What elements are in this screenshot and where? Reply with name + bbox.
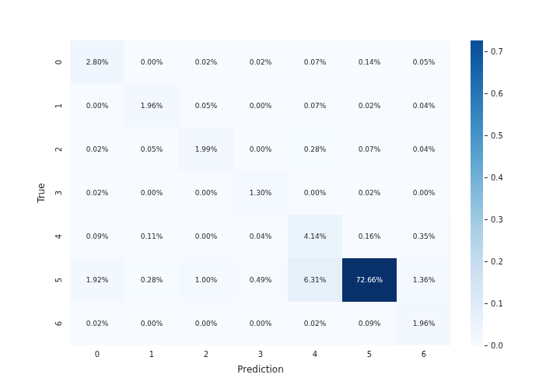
heatmap-cell: 0.00% <box>288 171 342 215</box>
x-tick-label: 4 <box>313 350 317 359</box>
colorbar-tick-label: 0.0 <box>491 341 503 350</box>
heatmap-cell: 0.00% <box>70 84 124 128</box>
y-tick-label: 4 <box>54 234 63 239</box>
heatmap-cell: 6.31% <box>288 258 342 302</box>
colorbar-tick <box>485 135 488 136</box>
y-tick-label: 3 <box>54 191 63 195</box>
heatmap-cell: 0.02% <box>233 40 288 84</box>
colorbar-gradient <box>471 40 483 345</box>
heatmap-cell: 0.02% <box>179 40 233 84</box>
heatmap-cell: 0.07% <box>288 84 342 128</box>
heatmap-cell: 0.05% <box>179 84 233 128</box>
y-tick-label: 2 <box>54 147 63 152</box>
y-tick-label: 0 <box>54 60 63 65</box>
heatmap-cell: 0.07% <box>342 128 397 171</box>
heatmap-cell: 0.09% <box>342 302 397 345</box>
heatmap-cell: 0.04% <box>233 215 288 258</box>
heatmap-cell: 0.28% <box>288 128 342 171</box>
colorbar-tick <box>485 261 488 262</box>
colorbar-tick <box>485 51 488 52</box>
heatmap-cell: 0.00% <box>233 84 288 128</box>
heatmap-cell: 0.00% <box>233 302 288 345</box>
heatmap-cell: 0.00% <box>397 171 451 215</box>
y-tick-label: 1 <box>54 103 63 108</box>
heatmap-cell: 0.02% <box>342 171 397 215</box>
heatmap-cell: 2.80% <box>70 40 124 84</box>
x-tick-label: 6 <box>422 350 426 359</box>
heatmap-cell: 0.00% <box>124 171 179 215</box>
heatmap-cell: 0.14% <box>342 40 397 84</box>
heatmap-cell: 0.05% <box>124 128 179 171</box>
heatmap-cell: 0.02% <box>70 128 124 171</box>
heatmap-cell: 0.02% <box>70 302 124 345</box>
y-axis-label: True <box>36 183 47 203</box>
heatmap-cell: 0.05% <box>397 40 451 84</box>
heatmap-cell: 72.66% <box>342 258 397 302</box>
heatmap-cell: 0.02% <box>70 171 124 215</box>
x-tick-label: 0 <box>95 350 100 359</box>
heatmap-cell: 1.30% <box>233 171 288 215</box>
x-tick-label: 5 <box>367 350 372 359</box>
heatmap-cell: 0.11% <box>124 215 179 258</box>
x-tick-label: 2 <box>204 350 208 359</box>
y-tick-label: 5 <box>54 278 63 282</box>
heatmap-grid: 2.80%0.00%0.02%0.02%0.07%0.14%0.05%0.00%… <box>70 40 451 345</box>
heatmap-cell: 0.28% <box>124 258 179 302</box>
heatmap-cell: 0.00% <box>124 40 179 84</box>
heatmap-cell: 0.35% <box>397 215 451 258</box>
heatmap-cell: 0.09% <box>70 215 124 258</box>
heatmap-cell: 4.14% <box>288 215 342 258</box>
x-tick-label: 3 <box>258 350 263 359</box>
figure: 2.80%0.00%0.02%0.02%0.07%0.14%0.05%0.00%… <box>0 0 560 392</box>
colorbar-tick-label: 0.4 <box>491 173 503 182</box>
colorbar-tick-label: 0.2 <box>491 257 503 266</box>
colorbar-tick-label: 0.6 <box>491 89 503 98</box>
heatmap-cell: 0.00% <box>233 128 288 171</box>
colorbar-tick <box>485 219 488 220</box>
heatmap-cell: 0.49% <box>233 258 288 302</box>
colorbar-tick-label: 0.7 <box>491 47 503 56</box>
heatmap-cell: 1.96% <box>397 302 451 345</box>
colorbar: 0.00.10.20.30.40.50.60.7 <box>471 40 483 345</box>
x-tick-label: 1 <box>149 350 154 359</box>
heatmap-cell: 1.96% <box>124 84 179 128</box>
colorbar-tick <box>485 345 488 346</box>
heatmap-cell: 1.00% <box>179 258 233 302</box>
colorbar-tick <box>485 303 488 304</box>
colorbar-tick-label: 0.3 <box>491 215 503 224</box>
heatmap-cell: 0.04% <box>397 84 451 128</box>
heatmap-cell: 0.04% <box>397 128 451 171</box>
heatmap-cell: 0.00% <box>179 302 233 345</box>
heatmap-cell: 1.99% <box>179 128 233 171</box>
heatmap-cell: 0.00% <box>179 171 233 215</box>
colorbar-tick-label: 0.1 <box>491 299 503 308</box>
heatmap-cell: 1.36% <box>397 258 451 302</box>
heatmap-cell: 0.02% <box>342 84 397 128</box>
heatmap-cell: 0.07% <box>288 40 342 84</box>
heatmap-cell: 0.00% <box>124 302 179 345</box>
heatmap-axes: 2.80%0.00%0.02%0.02%0.07%0.14%0.05%0.00%… <box>70 40 451 345</box>
heatmap-cell: 1.92% <box>70 258 124 302</box>
heatmap-cell: 0.00% <box>179 215 233 258</box>
x-axis-label: Prediction <box>237 364 284 375</box>
heatmap-cell: 0.16% <box>342 215 397 258</box>
colorbar-tick-label: 0.5 <box>491 131 503 140</box>
colorbar-tick <box>485 177 488 178</box>
y-tick-label: 6 <box>54 321 63 326</box>
heatmap-cell: 0.02% <box>288 302 342 345</box>
colorbar-tick <box>485 93 488 94</box>
